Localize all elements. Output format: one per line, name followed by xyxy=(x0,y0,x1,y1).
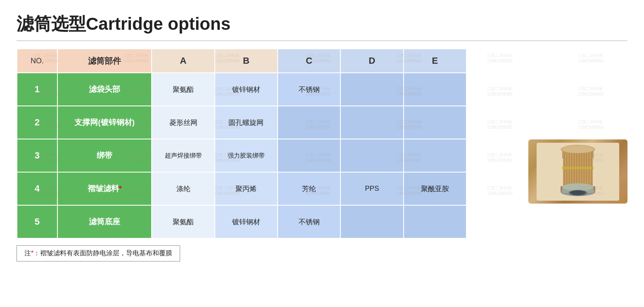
row-1-d xyxy=(340,73,403,106)
table-row: 1 滤袋头部 聚氨酯 镀锌钢材 不锈钢 xyxy=(17,73,466,106)
col-e-header: E xyxy=(404,49,466,73)
row-5-d xyxy=(340,205,403,238)
row-4-d: PPS xyxy=(340,172,403,205)
svg-point-5 xyxy=(562,146,594,153)
row-2-d xyxy=(340,106,403,139)
row-2-c xyxy=(278,106,340,139)
section-divider xyxy=(17,41,627,41)
note-text: 褶皱滤料有表面防静电涂层，导电基布和覆膜 xyxy=(40,249,172,257)
row-3-e xyxy=(404,139,466,172)
row-4-part-label: 褶皱滤料 xyxy=(88,184,119,193)
row-5-b: 镀锌钢材 xyxy=(215,205,278,238)
col-c-header: C xyxy=(278,49,340,73)
row-3-b: 强力胶装绑带 xyxy=(215,139,278,172)
col-no-header: NO. xyxy=(17,49,57,73)
row-5-no: 5 xyxy=(17,205,57,238)
table-row: 5 滤筒底座 聚氨酯 镀锌钢材 不锈钢 xyxy=(17,205,466,238)
row-1-c: 不锈钢 xyxy=(278,73,340,106)
row-4-star: * xyxy=(119,185,122,193)
row-2-a: 菱形丝网 xyxy=(152,106,214,139)
row-5-part: 滤筒底座 xyxy=(57,205,152,238)
options-table: NO. 滤筒部件 A B C D E 1 滤袋头部 聚氨酯 镀锌钢材 不锈钢 xyxy=(17,48,467,239)
row-5-c: 不锈钢 xyxy=(278,205,340,238)
cartridge-svg xyxy=(537,143,619,201)
note-colon: ： xyxy=(33,249,40,257)
row-3-part: 绑带 xyxy=(57,139,152,172)
table-row: 2 支撑网(镀锌钢材) 菱形丝网 圆孔螺旋网 xyxy=(17,106,466,139)
row-3-c xyxy=(278,139,340,172)
row-3-a: 超声焊接绑带 xyxy=(152,139,214,172)
product-image xyxy=(528,139,627,204)
note-prefix: 注 xyxy=(24,249,31,257)
note-box: 注*：褶皱滤料有表面防静电涂层，导电基布和覆膜 xyxy=(17,245,180,261)
row-1-b: 镀锌钢材 xyxy=(215,73,278,106)
row-1-e xyxy=(404,73,466,106)
row-4-part: 褶皱滤料* xyxy=(57,172,152,205)
col-d-header: D xyxy=(340,49,403,73)
row-1-part: 滤袋头部 xyxy=(57,73,152,106)
row-1-a: 聚氨酯 xyxy=(152,73,214,106)
col-part-header: 滤筒部件 xyxy=(57,49,152,73)
row-3-d xyxy=(340,139,403,172)
row-4-c: 芳纶 xyxy=(278,172,340,205)
table-section: NO. 滤筒部件 A B C D E 1 滤袋头部 聚氨酯 镀锌钢材 不锈钢 xyxy=(17,48,516,261)
row-2-b: 圆孔螺旋网 xyxy=(215,106,278,139)
product-image-section xyxy=(528,139,627,204)
row-4-a: 涤纶 xyxy=(152,172,214,205)
row-5-e xyxy=(404,205,466,238)
row-3-no: 3 xyxy=(17,139,57,172)
main-layout: NO. 滤筒部件 A B C D E 1 滤袋头部 聚氨酯 镀锌钢材 不锈钢 xyxy=(17,48,627,261)
col-b-header: B xyxy=(215,49,278,73)
svg-point-36 xyxy=(570,190,585,195)
table-row: 3 绑带 超声焊接绑带 强力胶装绑带 xyxy=(17,139,466,172)
table-header-row: NO. 滤筒部件 A B C D E xyxy=(17,49,466,73)
row-4-b: 聚丙烯 xyxy=(215,172,278,205)
row-2-no: 2 xyxy=(17,106,57,139)
svg-point-34 xyxy=(562,183,594,191)
row-2-part: 支撑网(镀锌钢材) xyxy=(57,106,152,139)
col-a-header: A xyxy=(152,49,214,73)
row-2-e xyxy=(404,106,466,139)
table-row: 4 褶皱滤料* 涤纶 聚丙烯 芳纶 PPS 聚酰亚胺 xyxy=(17,172,466,205)
page-title: 滤筒选型Cartridge options xyxy=(17,12,627,36)
row-1-no: 1 xyxy=(17,73,57,106)
row-4-no: 4 xyxy=(17,172,57,205)
row-5-a: 聚氨酯 xyxy=(152,205,214,238)
row-4-e: 聚酰亚胺 xyxy=(404,172,466,205)
svg-rect-30 xyxy=(562,167,594,169)
